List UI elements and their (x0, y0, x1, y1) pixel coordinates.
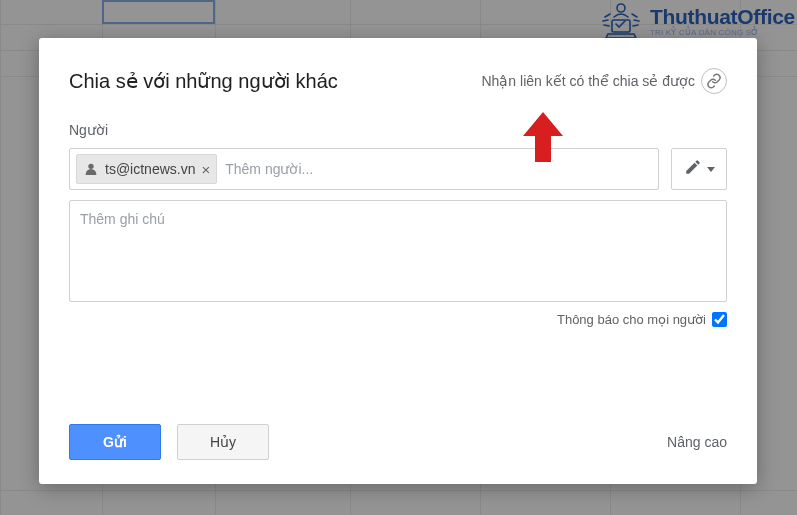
shareable-link-label: Nhận liên kết có thể chia sẻ được (481, 73, 695, 89)
permission-dropdown-button[interactable] (671, 148, 727, 190)
share-dialog: Chia sẻ với những người khác Nhận liên k… (39, 38, 757, 484)
laptop-person-icon (598, 0, 644, 42)
chevron-down-icon (707, 167, 715, 172)
notify-checkbox[interactable] (712, 312, 727, 327)
logo-title: ThuthuatOffice (650, 6, 795, 27)
annotation-arrow-icon (519, 112, 567, 168)
get-shareable-link[interactable]: Nhận liên kết có thể chia sẻ được (481, 68, 727, 94)
people-label: Người (69, 122, 727, 138)
cancel-button[interactable]: Hủy (177, 424, 269, 460)
notify-row: Thông báo cho mọi người (69, 312, 727, 327)
advanced-link[interactable]: Nâng cao (667, 434, 727, 450)
person-icon (83, 161, 99, 177)
svg-point-2 (88, 164, 93, 169)
send-button[interactable]: Gửi (69, 424, 161, 460)
add-people-input[interactable] (225, 161, 652, 177)
dialog-footer: Gửi Hủy Nâng cao (69, 408, 727, 460)
logo-subtitle: TRI KỶ CỦA DÂN CÔNG SỞ (650, 29, 795, 37)
dialog-title: Chia sẻ với những người khác (69, 69, 338, 93)
pencil-icon (684, 158, 702, 180)
chip-remove-icon[interactable]: × (201, 162, 210, 177)
people-input-container[interactable]: ts@ictnews.vn × (69, 148, 659, 190)
svg-point-0 (617, 4, 625, 12)
brand-logo: ThuthuatOffice TRI KỶ CỦA DÂN CÔNG SỞ (598, 0, 795, 42)
email-chip: ts@ictnews.vn × (76, 154, 217, 184)
chip-email-text: ts@ictnews.vn (105, 161, 195, 177)
note-textarea[interactable] (69, 200, 727, 302)
notify-label: Thông báo cho mọi người (557, 312, 706, 327)
dialog-header: Chia sẻ với những người khác Nhận liên k… (69, 68, 727, 94)
link-icon (701, 68, 727, 94)
